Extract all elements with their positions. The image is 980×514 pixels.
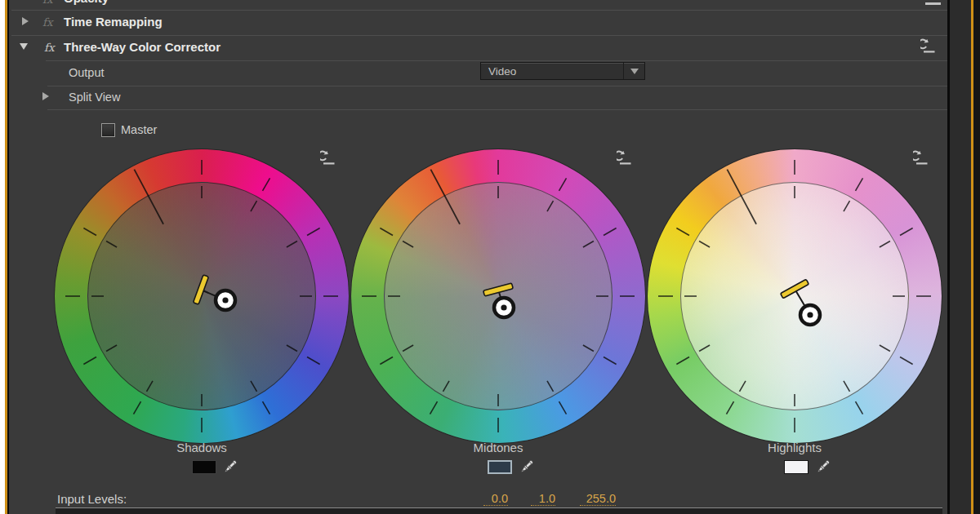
disc-tick bbox=[880, 241, 890, 248]
input-levels-high-value[interactable]: 255.0 bbox=[580, 492, 616, 506]
ring-tick bbox=[604, 228, 617, 236]
color-wheel-highlights[interactable] bbox=[648, 149, 942, 443]
ring-tick bbox=[856, 401, 863, 414]
reset-midtones-button[interactable] bbox=[617, 149, 635, 166]
master-checkbox[interactable] bbox=[101, 123, 115, 137]
shadows-eyedropper-icon[interactable] bbox=[220, 457, 240, 476]
expand-triangle-icon[interactable] bbox=[22, 17, 29, 25]
ring-tick bbox=[676, 357, 689, 365]
fx-badge[interactable]: fx bbox=[42, 16, 53, 29]
input-levels-gamma-value[interactable]: 1.0 bbox=[531, 492, 555, 506]
disc-tick bbox=[699, 345, 710, 352]
midtones-eyedropper-icon[interactable] bbox=[517, 457, 537, 476]
ring-tick bbox=[307, 228, 320, 236]
ring-tick bbox=[856, 178, 863, 191]
ring-tick bbox=[559, 178, 567, 191]
reset-icon-partial[interactable] bbox=[925, 2, 941, 5]
collapse-triangle-icon[interactable] bbox=[20, 43, 28, 50]
ring-tick bbox=[263, 401, 270, 414]
disc-tick bbox=[547, 201, 554, 211]
disc-tick bbox=[287, 345, 297, 352]
fx-badge[interactable]: fx bbox=[42, 0, 53, 6]
balance-handle-dot bbox=[501, 304, 506, 310]
ring-tick bbox=[307, 357, 320, 365]
output-dropdown-value: Video bbox=[481, 65, 623, 78]
color-wheel-midtones[interactable] bbox=[351, 149, 645, 443]
expand-triangle-icon[interactable] bbox=[42, 92, 49, 100]
levels-histogram-strip[interactable] bbox=[56, 507, 942, 514]
disc-tick bbox=[443, 381, 450, 392]
effect-row-label: Opacity bbox=[64, 0, 109, 5]
disc-tick bbox=[106, 241, 117, 248]
highlights-wheel-overlay[interactable] bbox=[648, 149, 942, 443]
master-checkbox-label: Master bbox=[121, 123, 157, 136]
row-separator bbox=[11, 35, 947, 36]
disc-tick bbox=[251, 201, 257, 211]
split-view-label: Split View bbox=[69, 91, 120, 104]
ring-tick bbox=[727, 401, 734, 414]
ring-tick bbox=[83, 228, 96, 236]
disc-tick bbox=[403, 241, 413, 248]
right-gutter bbox=[950, 0, 971, 514]
highlights-label: Highlights bbox=[713, 441, 876, 454]
right-dark-strip bbox=[973, 0, 980, 514]
ring-tick bbox=[900, 357, 913, 365]
output-label: Output bbox=[69, 66, 105, 79]
shadows-color-swatch[interactable] bbox=[192, 460, 216, 474]
midtones-wheel-overlay[interactable] bbox=[351, 149, 645, 443]
ring-tick bbox=[559, 401, 567, 414]
shadows-wheel-overlay[interactable] bbox=[55, 149, 349, 443]
disc-tick bbox=[251, 381, 257, 392]
ring-tick bbox=[380, 357, 393, 365]
row-separator bbox=[47, 109, 947, 110]
shadows-label: Shadows bbox=[120, 441, 283, 454]
input-levels-label: Input Levels: bbox=[57, 492, 127, 506]
disc-tick bbox=[844, 201, 850, 211]
highlights-eyedropper-icon[interactable] bbox=[813, 457, 833, 476]
balance-handle-bar[interactable] bbox=[781, 279, 809, 299]
dropdown-arrow-area[interactable] bbox=[623, 63, 644, 79]
effect-controls-panel: fx Opacity fx Time Remapping fx Three-Wa… bbox=[0, 0, 980, 514]
disc-tick bbox=[583, 241, 594, 248]
balance-handle-dot bbox=[222, 297, 228, 303]
row-separator bbox=[11, 10, 947, 11]
reset-highlights-button[interactable] bbox=[913, 149, 931, 166]
ring-tick bbox=[83, 357, 96, 365]
disc-tick bbox=[287, 241, 297, 248]
disc-tick bbox=[147, 381, 154, 392]
balance-handle-dot bbox=[807, 312, 813, 317]
disc-tick bbox=[740, 381, 746, 392]
ring-tick bbox=[263, 178, 270, 191]
disc-tick bbox=[880, 345, 890, 352]
effect-row-opacity-partial[interactable]: fx Opacity bbox=[9, 0, 947, 9]
disc-tick bbox=[699, 241, 710, 248]
reset-effect-button[interactable] bbox=[920, 38, 938, 54]
ring-tick bbox=[380, 228, 393, 236]
ring-tick bbox=[604, 357, 617, 365]
disc-tick bbox=[844, 381, 850, 392]
reset-shadows-button[interactable] bbox=[320, 149, 338, 166]
highlights-color-swatch[interactable] bbox=[784, 460, 808, 474]
ring-tick bbox=[900, 228, 913, 236]
hue-angle-indicator[interactable] bbox=[727, 170, 756, 224]
effect-row-label: Three-Way Color Corrector bbox=[64, 40, 220, 54]
disc-tick bbox=[583, 345, 594, 352]
ring-tick bbox=[676, 228, 689, 236]
disc-tick bbox=[403, 345, 413, 352]
disc-tick bbox=[547, 381, 554, 392]
color-wheel-shadows[interactable] bbox=[55, 149, 349, 443]
midtones-color-swatch[interactable] bbox=[488, 460, 512, 474]
disc-tick bbox=[106, 345, 117, 352]
output-dropdown[interactable]: Video bbox=[480, 62, 645, 80]
balance-handle-bar[interactable] bbox=[483, 283, 514, 296]
midtones-label: Midtones bbox=[416, 441, 580, 454]
ring-tick bbox=[134, 401, 141, 414]
row-separator bbox=[47, 86, 947, 86]
input-levels-low-value[interactable]: 0.0 bbox=[483, 492, 508, 506]
balance-handle-bar[interactable] bbox=[194, 275, 209, 304]
fx-badge[interactable]: fx bbox=[44, 41, 55, 54]
hue-angle-indicator[interactable] bbox=[134, 170, 163, 224]
row-separator bbox=[46, 60, 947, 61]
hue-angle-indicator[interactable] bbox=[430, 170, 460, 224]
chevron-down-icon bbox=[630, 69, 639, 74]
